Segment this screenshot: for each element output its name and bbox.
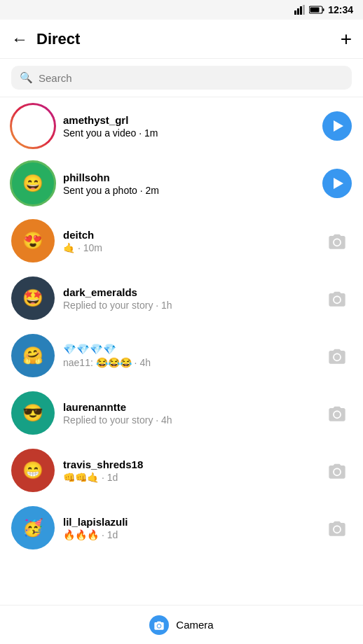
message-username: phillsohn bbox=[63, 172, 314, 183]
search-bar: 🔍 bbox=[0, 59, 363, 97]
avatar: 🤗 bbox=[11, 334, 55, 377]
camera-action-icon bbox=[327, 462, 347, 479]
status-bar: 12:34 bbox=[0, 0, 363, 20]
page-title: Direct bbox=[36, 30, 341, 48]
svg-point-7 bbox=[334, 239, 340, 245]
camera-action-icon bbox=[327, 347, 347, 364]
list-item[interactable]: 🤩dark_emeraldsReplied to your story · 1h bbox=[0, 270, 363, 327]
svg-point-9 bbox=[334, 354, 340, 360]
list-item[interactable]: 😄phillsohnSent you a photo · 2m bbox=[0, 155, 363, 212]
svg-point-11 bbox=[334, 469, 340, 475]
new-message-button[interactable]: + bbox=[341, 29, 352, 49]
message-content: travis_shreds18👊👊🤙 · 1d bbox=[63, 458, 314, 483]
camera-svg bbox=[153, 620, 165, 630]
bottom-bar[interactable]: Camera bbox=[0, 605, 363, 644]
search-icon: 🔍 bbox=[20, 71, 33, 84]
camera-action-icon bbox=[327, 290, 347, 307]
status-time: 12:34 bbox=[328, 4, 353, 15]
avatar-wrapper: 😁 bbox=[11, 449, 55, 492]
action-icon[interactable] bbox=[322, 284, 352, 313]
svg-point-12 bbox=[334, 526, 340, 532]
message-username: 💎💎💎💎 bbox=[63, 343, 314, 356]
message-list: 😊amethyst_grlSent you a video · 1m😄phill… bbox=[0, 97, 363, 556]
avatar-wrapper: 🤗 bbox=[11, 334, 55, 377]
avatar: 😍 bbox=[11, 219, 55, 262]
message-content: lil_lapislazuli🔥🔥🔥 · 1d bbox=[63, 516, 314, 540]
play-button[interactable] bbox=[322, 111, 352, 141]
svg-rect-1 bbox=[297, 8, 299, 15]
message-preview: 🔥🔥🔥 · 1d bbox=[63, 529, 314, 540]
list-item[interactable]: 😍deitch🤙 · 10m bbox=[0, 212, 363, 270]
message-content: dark_emeraldsReplied to your story · 1h bbox=[63, 286, 314, 311]
list-item[interactable]: 😁travis_shreds18👊👊🤙 · 1d bbox=[0, 442, 363, 499]
avatar-wrapper: 🤩 bbox=[11, 276, 55, 320]
avatar-wrapper: 😎 bbox=[11, 391, 55, 435]
avatar-wrapper: 😍 bbox=[11, 219, 55, 262]
action-icon[interactable] bbox=[322, 169, 352, 198]
svg-rect-2 bbox=[300, 6, 302, 15]
svg-point-10 bbox=[334, 412, 340, 417]
message-content: laurenanntteReplied to your story · 4h bbox=[63, 401, 314, 426]
message-username: laurenanntte bbox=[63, 401, 314, 413]
play-button[interactable] bbox=[322, 169, 352, 198]
message-content: phillsohnSent you a photo · 2m bbox=[63, 172, 314, 196]
play-triangle-icon bbox=[334, 120, 343, 132]
play-triangle-icon bbox=[334, 178, 343, 189]
signal-icon bbox=[294, 5, 306, 15]
camera-action-icon bbox=[327, 519, 347, 536]
action-icon[interactable] bbox=[322, 111, 352, 141]
avatar: 😁 bbox=[11, 449, 55, 492]
list-item[interactable]: 😊amethyst_grlSent you a video · 1m bbox=[0, 97, 363, 155]
action-icon[interactable] bbox=[322, 341, 352, 370]
message-username: travis_shreds18 bbox=[63, 458, 314, 470]
status-icons: 12:34 bbox=[294, 4, 353, 15]
svg-point-13 bbox=[158, 624, 161, 628]
message-preview: nae11: 😂😂😂 · 4h bbox=[63, 357, 314, 368]
story-ring bbox=[10, 103, 56, 149]
camera-action-icon bbox=[327, 232, 347, 249]
story-ring bbox=[10, 160, 56, 206]
search-input[interactable] bbox=[39, 72, 343, 84]
camera-label: Camera bbox=[176, 619, 213, 631]
message-username: amethyst_grl bbox=[63, 114, 314, 126]
avatar: 🥳 bbox=[11, 506, 55, 550]
svg-rect-3 bbox=[303, 5, 305, 15]
action-icon[interactable] bbox=[322, 513, 352, 542]
svg-point-8 bbox=[334, 297, 340, 302]
message-username: lil_lapislazuli bbox=[63, 516, 314, 528]
action-icon[interactable] bbox=[322, 398, 352, 428]
message-preview: Sent you a photo · 2m bbox=[63, 185, 314, 196]
avatar: 🤩 bbox=[11, 276, 55, 320]
back-button[interactable]: ← bbox=[11, 29, 28, 49]
action-icon[interactable] bbox=[322, 226, 352, 255]
search-wrapper[interactable]: 🔍 bbox=[11, 66, 352, 90]
avatar: 😎 bbox=[11, 391, 55, 435]
avatar-wrapper: 😊 bbox=[11, 104, 55, 148]
message-content: 💎💎💎💎nae11: 😂😂😂 · 4h bbox=[63, 343, 314, 368]
svg-rect-0 bbox=[294, 10, 296, 15]
svg-rect-6 bbox=[310, 8, 320, 13]
message-username: dark_emeralds bbox=[63, 286, 314, 298]
svg-rect-5 bbox=[323, 8, 324, 11]
message-preview: 👊👊🤙 · 1d bbox=[63, 472, 314, 483]
message-preview: Replied to your story · 1h bbox=[63, 300, 314, 311]
list-item[interactable]: 🤗💎💎💎💎nae11: 😂😂😂 · 4h bbox=[0, 327, 363, 384]
message-content: deitch🤙 · 10m bbox=[63, 229, 314, 253]
message-content: amethyst_grlSent you a video · 1m bbox=[63, 114, 314, 139]
action-icon[interactable] bbox=[322, 456, 352, 485]
message-username: deitch bbox=[63, 229, 314, 241]
list-item[interactable]: 😎laurenanntteReplied to your story · 4h bbox=[0, 384, 363, 442]
camera-icon bbox=[149, 615, 169, 635]
message-preview: 🤙 · 10m bbox=[63, 242, 314, 253]
header: ← Direct + bbox=[0, 20, 363, 59]
message-preview: Sent you a video · 1m bbox=[63, 127, 314, 139]
battery-icon bbox=[309, 6, 324, 14]
message-preview: Replied to your story · 4h bbox=[63, 414, 314, 426]
avatar-wrapper: 🥳 bbox=[11, 506, 55, 550]
camera-action-icon bbox=[327, 405, 347, 421]
avatar-wrapper: 😄 bbox=[11, 162, 55, 205]
list-item[interactable]: 🥳lil_lapislazuli🔥🔥🔥 · 1d bbox=[0, 499, 363, 556]
